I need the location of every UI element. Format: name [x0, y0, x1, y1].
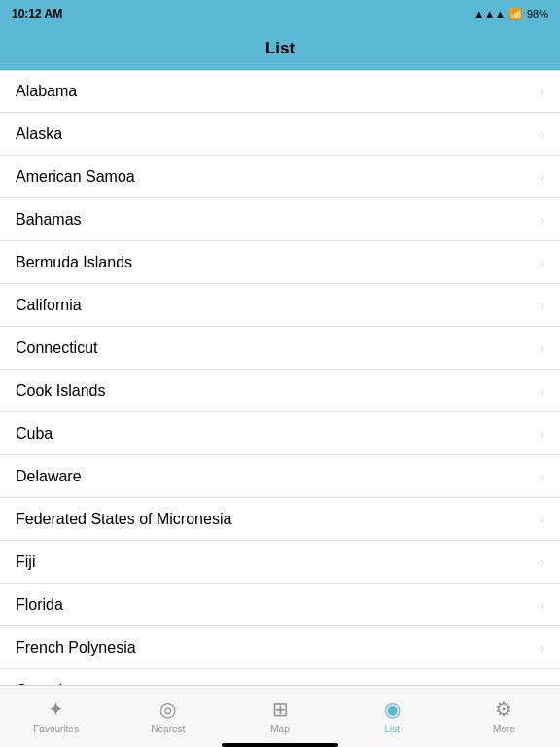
tab-list[interactable]: ◉ List: [336, 692, 448, 734]
chevron-icon: ›: [540, 383, 544, 399]
list-item[interactable]: Georgia ›: [0, 669, 560, 685]
list-item-label: Cuba: [16, 425, 52, 443]
list-item[interactable]: Fiji ›: [0, 541, 560, 584]
tab-more[interactable]: ⚙ More: [448, 692, 560, 734]
list-label: List: [384, 724, 400, 734]
more-icon: ⚙: [495, 697, 512, 721]
list-item-label: Connecticut: [16, 339, 98, 357]
list-item-label: French Polynesia: [16, 639, 136, 657]
status-icons: ▲▲▲ 📶 98%: [473, 8, 548, 20]
list-item[interactable]: Cuba ›: [0, 412, 560, 455]
list-item[interactable]: Alaska ›: [0, 113, 560, 156]
nav-bar: List: [0, 27, 560, 70]
list-item[interactable]: California ›: [0, 284, 560, 327]
status-time: 10:12 AM: [12, 7, 62, 20]
list-item-label: Alabama: [16, 83, 77, 100]
list-item[interactable]: Florida ›: [0, 584, 560, 626]
list-item-label: Bermuda Islands: [16, 254, 132, 271]
tab-map[interactable]: ⊞ Map: [224, 692, 335, 734]
list-item-label: Bahamas: [16, 211, 82, 229]
list-item-label: American Samoa: [16, 168, 135, 186]
list-item[interactable]: Alabama ›: [0, 70, 560, 113]
nav-title: List: [265, 39, 295, 58]
chevron-icon: ›: [540, 84, 544, 99]
wifi-icon: 📶: [509, 8, 523, 20]
list-item-label: Alaska: [16, 125, 62, 143]
list-item[interactable]: Bahamas ›: [0, 198, 560, 241]
chevron-icon: ›: [540, 255, 544, 270]
tab-favourites[interactable]: ✦ Favourites: [0, 692, 112, 734]
nearest-icon: ◎: [159, 697, 176, 721]
tab-nearest[interactable]: ◎ Nearest: [112, 692, 224, 734]
list-item[interactable]: French Polynesia ›: [0, 626, 560, 669]
chevron-icon: ›: [540, 169, 544, 185]
list-item[interactable]: American Samoa ›: [0, 156, 560, 198]
chevron-icon: ›: [540, 126, 544, 142]
list-item-label: Federated States of Micronesia: [16, 511, 231, 528]
tab-bar: ✦ Favourites ◎ Nearest ⊞ Map ◉ List ⚙ Mo…: [0, 685, 560, 743]
home-indicator: [0, 743, 560, 747]
chevron-icon: ›: [540, 640, 544, 656]
home-bar: [222, 743, 338, 747]
chevron-icon: ›: [540, 554, 544, 570]
list-item[interactable]: Cook Islands ›: [0, 370, 560, 412]
chevron-icon: ›: [540, 512, 544, 527]
map-icon: ⊞: [272, 697, 289, 721]
list-item[interactable]: Bermuda Islands ›: [0, 241, 560, 284]
signal-icon: ▲▲▲: [473, 8, 506, 19]
list-item-label: California: [16, 297, 82, 314]
favourites-label: Favourites: [33, 724, 79, 734]
chevron-icon: ›: [540, 469, 544, 484]
list-container[interactable]: Alabama › Alaska › American Samoa › Baha…: [0, 70, 560, 685]
chevron-icon: ›: [540, 212, 544, 228]
more-label: More: [493, 724, 515, 734]
chevron-icon: ›: [540, 298, 544, 313]
list-item-label: Florida: [16, 596, 63, 614]
list-icon: ◉: [384, 697, 401, 721]
favourites-icon: ✦: [48, 697, 64, 721]
map-label: Map: [270, 724, 289, 734]
chevron-icon: ›: [540, 597, 544, 613]
battery-text: 98%: [527, 8, 548, 19]
list-item[interactable]: Connecticut ›: [0, 327, 560, 370]
nearest-label: Nearest: [151, 724, 185, 734]
chevron-icon: ›: [540, 340, 544, 356]
list-item-label: Fiji: [16, 553, 35, 571]
chevron-icon: ›: [540, 426, 544, 442]
list-item[interactable]: Delaware ›: [0, 455, 560, 498]
list-item[interactable]: Federated States of Micronesia ›: [0, 498, 560, 541]
status-bar: 10:12 AM ▲▲▲ 📶 98%: [0, 0, 560, 27]
list-item-label: Cook Islands: [16, 382, 106, 400]
list-item-label: Delaware: [16, 468, 82, 485]
